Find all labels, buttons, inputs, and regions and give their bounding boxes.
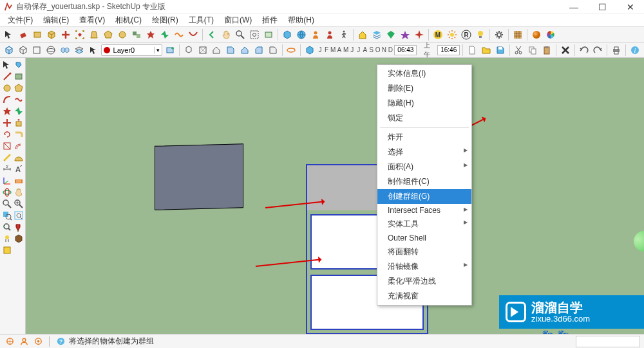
texture-icon[interactable]	[511, 28, 524, 41]
lt-polygon[interactable]	[13, 82, 24, 94]
status-help-icon[interactable]: ?	[55, 336, 66, 347]
ctx-hide[interactable]: 隐藏(H)	[377, 96, 471, 111]
lt-text[interactable]: A	[13, 163, 24, 175]
person-icon[interactable]	[309, 28, 322, 41]
orange-sphere-icon[interactable]	[530, 28, 543, 41]
print-icon[interactable]	[610, 44, 623, 57]
lt-follow[interactable]	[13, 129, 24, 140]
lt-rotate[interactable]	[1, 129, 12, 140]
month-j[interactable]: J	[317, 46, 323, 53]
globe-icon[interactable]	[295, 28, 308, 41]
red-spark-icon[interactable]	[413, 28, 426, 41]
wire-cube-icon[interactable]	[17, 44, 30, 57]
lt-zoomfit[interactable]	[13, 210, 24, 221]
ctx-explode[interactable]: 炸开	[377, 130, 471, 145]
sun-icon[interactable]	[446, 28, 459, 41]
new-file-icon[interactable]	[466, 44, 478, 57]
lt-help[interactable]	[1, 244, 13, 256]
front-view-icon[interactable]	[211, 44, 223, 57]
wire-box-icon[interactable]	[31, 44, 44, 57]
purple-spark-icon[interactable]	[399, 28, 412, 41]
cut-icon[interactable]	[513, 44, 526, 57]
lt-axes[interactable]	[1, 175, 12, 187]
redo-icon[interactable]	[592, 44, 605, 57]
month-m[interactable]: M	[330, 46, 336, 53]
ctx-zoom-fill[interactable]: 充满视窗	[377, 289, 471, 304]
lt-scale[interactable]	[1, 140, 12, 152]
lt-pushpull[interactable]	[13, 117, 24, 129]
lt-spark[interactable]	[13, 105, 24, 117]
ctx-entity-info[interactable]: 实体信息(I)	[377, 66, 471, 81]
lt-protractor[interactable]	[13, 152, 24, 163]
pan-icon[interactable]	[220, 28, 232, 41]
select-cursor-icon[interactable]	[87, 44, 100, 57]
status-field[interactable]	[576, 336, 640, 347]
ctx-lock[interactable]: 锁定	[377, 111, 471, 125]
menu-tools[interactable]: 工具(T)	[185, 14, 218, 26]
paste-icon[interactable]	[540, 44, 553, 57]
month-f[interactable]: F	[324, 46, 329, 53]
month-j2[interactable]: J	[350, 46, 355, 53]
tool-8[interactable]	[102, 28, 115, 41]
status-user-icon[interactable]	[18, 336, 30, 347]
lt-star[interactable]	[1, 105, 12, 117]
wire-circle-icon[interactable]	[44, 44, 57, 57]
lt-eraser[interactable]	[13, 59, 24, 71]
group-tool-icon[interactable]	[130, 28, 143, 41]
green-spark-icon[interactable]	[158, 28, 171, 41]
m-yellow-icon[interactable]: M	[431, 28, 444, 41]
tool-7[interactable]	[88, 28, 100, 41]
zoomwin-icon[interactable]	[248, 28, 261, 41]
box-tool-icon[interactable]	[31, 28, 44, 41]
eraser-tool-icon[interactable]	[17, 28, 30, 41]
menu-draw[interactable]: 绘图(R)	[148, 14, 182, 26]
ctx-intersect[interactable]: Intersect Faces	[377, 204, 471, 217]
status-cloud-icon[interactable]	[32, 336, 44, 347]
lt-light[interactable]	[1, 233, 12, 244]
month-o[interactable]: O	[375, 46, 381, 53]
status-geo-icon[interactable]	[4, 336, 15, 347]
month-j3[interactable]: J	[356, 46, 361, 53]
select-tool-icon[interactable]	[3, 28, 15, 41]
back-icon[interactable]	[205, 28, 218, 41]
lt-section[interactable]	[13, 175, 24, 187]
minimize-button[interactable]: —	[564, 2, 583, 12]
undo-icon[interactable]	[578, 44, 591, 57]
walk-icon[interactable]	[337, 28, 350, 41]
month-n[interactable]: N	[382, 46, 387, 53]
menu-window[interactable]: 窗口(W)	[220, 14, 256, 26]
multi-cube-icon[interactable]	[59, 44, 71, 57]
r-circle-icon[interactable]: R	[460, 28, 473, 41]
right-view-icon[interactable]	[267, 44, 279, 57]
ctx-make-group[interactable]: 创建群组(G)	[377, 189, 471, 204]
layer-stack-icon[interactable]	[73, 44, 86, 57]
lt-paint[interactable]	[13, 221, 24, 233]
menu-edit[interactable]: 编辑(E)	[39, 14, 73, 26]
lt-rect[interactable]	[13, 71, 24, 82]
menu-camera[interactable]: 相机(C)	[111, 14, 146, 26]
menu-view[interactable]: 查看(V)	[75, 14, 109, 26]
lt-prev[interactable]	[1, 221, 12, 233]
lt-zoomext[interactable]	[13, 198, 24, 210]
zoom-icon[interactable]	[234, 28, 247, 41]
open-file-icon[interactable]	[480, 44, 493, 57]
cube-tool-icon[interactable]	[45, 28, 58, 41]
month-d[interactable]: D	[388, 46, 393, 53]
lt-circle[interactable]	[1, 82, 12, 94]
menu-help[interactable]: 帮助(H)	[284, 14, 318, 26]
person2-icon[interactable]	[323, 28, 336, 41]
lt-zoomwin[interactable]	[1, 210, 12, 221]
lt-freehand[interactable]	[13, 94, 24, 105]
color-wheel-icon[interactable]	[544, 28, 557, 41]
component-icon[interactable]	[281, 28, 294, 41]
zoom-fit-icon[interactable]	[73, 28, 86, 41]
close-button[interactable]: ✕	[621, 2, 640, 12]
orbit-mode-icon[interactable]	[262, 28, 275, 41]
month-a2[interactable]: A	[363, 46, 368, 53]
lt-offset[interactable]	[13, 140, 24, 152]
back-view-icon[interactable]	[238, 44, 251, 57]
cube-nav-icon[interactable]	[3, 44, 15, 57]
layer-add-icon[interactable]	[164, 44, 176, 57]
delete-icon[interactable]	[559, 44, 572, 57]
ctx-flip-faces[interactable]: 将面翻转	[377, 244, 471, 259]
